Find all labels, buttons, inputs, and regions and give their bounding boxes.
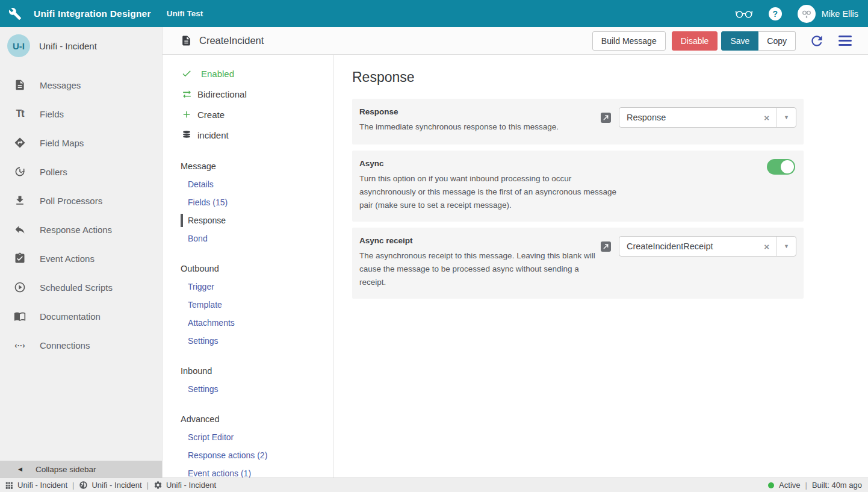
swap-arrows-icon (181, 89, 193, 100)
sidebar-item-label: Connections (40, 340, 90, 350)
sidebar-item-event-actions[interactable]: Event Actions (0, 244, 162, 273)
gear-icon (153, 481, 163, 490)
main-panel: Response Response The immediate synchron… (334, 55, 868, 478)
status-label: Bidirectional (197, 89, 247, 99)
check-icon (181, 68, 193, 79)
status-enabled[interactable]: Enabled (163, 63, 333, 84)
download-icon (13, 194, 26, 207)
status-create[interactable]: Create (163, 104, 333, 125)
plus-icon (181, 109, 193, 120)
user-menu[interactable]: Mike Ellis (798, 5, 858, 23)
sidebar-item-label: Messages (40, 80, 81, 90)
nav-link-response[interactable]: Response (163, 211, 333, 229)
field-card-async: Async Turn this option on if you want in… (352, 151, 804, 222)
nav-link-inbound-settings[interactable]: Settings (163, 380, 333, 398)
app-circle-icon (79, 481, 88, 490)
field-card-response: Response The immediate synchronous respo… (352, 99, 804, 145)
play-circle-icon (13, 281, 26, 294)
glasses-icon[interactable] (735, 8, 753, 19)
sidebar-item-poll-processors[interactable]: Poll Processors (0, 186, 162, 215)
goto-record-icon[interactable] (601, 241, 611, 252)
nav-link-outbound-settings[interactable]: Settings (163, 332, 333, 350)
nav-link-details[interactable]: Details (163, 175, 333, 193)
nav-link-fields[interactable]: Fields (15) (163, 193, 333, 211)
nav-link-attachments[interactable]: Attachments (163, 314, 333, 332)
message-document-icon (181, 35, 192, 46)
field-description: The asynchronous receipt to this message… (359, 249, 601, 289)
clear-icon[interactable]: × (757, 113, 777, 123)
disable-button[interactable]: Disable (672, 31, 718, 51)
sidebar-item-connections[interactable]: ‹··› Connections (0, 331, 162, 360)
sidebar-item-label: Response Actions (40, 225, 112, 235)
sidebar-item-documentation[interactable]: Documentation (0, 302, 162, 331)
message-title: CreateIncident (199, 35, 264, 46)
status-label: Create (197, 110, 225, 120)
async-receipt-select[interactable]: CreateIncidentReceipt × ▼ (619, 236, 796, 257)
sidebar-item-label: Event Actions (40, 254, 95, 264)
field-label: Response (359, 107, 601, 116)
statusbar: Unifi - Incident | Unifi - Incident | Un… (0, 478, 868, 492)
refresh-button[interactable] (808, 32, 826, 50)
clipboard-check-icon (13, 252, 26, 265)
grid-icon (5, 481, 14, 490)
copy-button[interactable]: Copy (758, 31, 796, 51)
app-name: Unifi - Incident (39, 41, 97, 51)
statusbar-instance-label: Unifi - Incident (166, 481, 216, 490)
collapse-arrow-icon: ◀ (18, 466, 22, 472)
async-receipt-select-value: CreateIncidentReceipt (619, 241, 757, 251)
separator: | (72, 481, 74, 490)
save-button[interactable]: Save (721, 31, 758, 51)
built-label: Built: 40m ago (812, 481, 862, 490)
user-name: Mike Ellis (822, 9, 858, 19)
section-advanced: Advanced (163, 410, 333, 428)
chevron-down-icon[interactable]: ▼ (777, 237, 796, 256)
section-inbound: Inbound (163, 362, 333, 380)
sidebar-item-scheduled-scripts[interactable]: Scheduled Scripts (0, 273, 162, 302)
clear-icon[interactable]: × (757, 241, 777, 252)
connections-icon: ‹··› (13, 338, 26, 352)
sidebar-item-messages[interactable]: Messages (0, 70, 162, 99)
statusbar-instance-grid[interactable]: Unifi - Incident (5, 481, 67, 490)
sidebar-item-field-maps[interactable]: Field Maps (0, 128, 162, 157)
nav-link-script-editor[interactable]: Script Editor (163, 428, 333, 446)
chevron-down-icon[interactable]: ▼ (777, 108, 796, 127)
active-status-dot (768, 482, 774, 488)
sidebar-item-pollers[interactable]: Pollers (0, 157, 162, 186)
sidebar-item-fields[interactable]: Tt Fields (0, 99, 162, 128)
field-label: Async receipt (359, 236, 601, 245)
sidebar-item-label: Poll Processors (40, 196, 102, 206)
integration-name[interactable]: Unifi Test (167, 9, 203, 18)
sidebar-item-response-actions[interactable]: Response Actions (0, 215, 162, 244)
sidebar-app-header: U-I Unifi - Incident (0, 27, 162, 63)
statusbar-instance-app[interactable]: Unifi - Incident (79, 481, 141, 490)
wrench-icon (8, 7, 23, 21)
response-select-value: Response (619, 113, 757, 122)
async-toggle[interactable] (767, 159, 795, 175)
nav-link-trigger[interactable]: Trigger (163, 278, 333, 296)
database-icon (181, 129, 193, 140)
nav-link-template[interactable]: Template (163, 296, 333, 314)
document-icon (13, 78, 26, 92)
statusbar-instance-label: Unifi - Incident (91, 481, 141, 490)
content-header: CreateIncident Build Message Disable Sav… (163, 27, 868, 55)
status-label: incident (197, 130, 229, 140)
goto-record-icon[interactable] (601, 113, 611, 123)
nav-link-bond[interactable]: Bond (163, 229, 333, 248)
book-icon (13, 310, 26, 323)
field-card-async-receipt: Async receipt The asynchronous receipt t… (352, 228, 804, 299)
response-select[interactable]: Response × ▼ (619, 107, 796, 128)
build-message-button[interactable]: Build Message (592, 31, 666, 51)
page-title: Response (352, 69, 868, 86)
collapse-sidebar-button[interactable]: ◀ Collapse sidebar (0, 461, 162, 478)
help-icon[interactable]: ? (769, 7, 782, 20)
reply-icon (13, 223, 26, 236)
status-table[interactable]: incident (163, 125, 333, 145)
hamburger-menu-button[interactable] (835, 32, 855, 50)
nav-link-event-actions[interactable]: Event actions (1) (163, 464, 333, 478)
nav-link-response-actions[interactable]: Response actions (2) (163, 446, 333, 464)
statusbar-instance-settings[interactable]: Unifi - Incident (153, 481, 216, 490)
status-bidirectional[interactable]: Bidirectional (163, 84, 333, 104)
sidebar-item-label: Fields (40, 109, 64, 119)
collapse-label: Collapse sidebar (36, 465, 96, 474)
sidebar-item-label: Field Maps (40, 138, 84, 148)
